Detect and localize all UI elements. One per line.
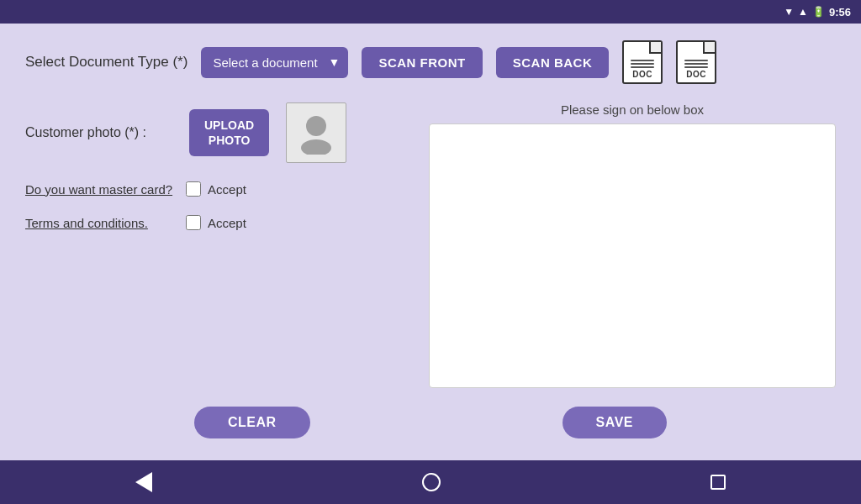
status-icons: ▼ ▲ 🔋 9:56: [784, 6, 851, 18]
photo-placeholder: [286, 102, 346, 163]
upload-photo-button[interactable]: UPLOADPHOTO: [189, 109, 269, 156]
mastercard-row: Do you want master card? Accept: [25, 181, 412, 197]
doc-back-icon[interactable]: DOC: [676, 40, 716, 84]
doc-front-label: DOC: [632, 70, 652, 79]
customer-photo-row: Customer photo (*) : UPLOADPHOTO: [25, 102, 412, 163]
customer-photo-label: Customer photo (*) :: [25, 125, 172, 140]
signature-canvas[interactable]: [429, 123, 836, 388]
save-button[interactable]: SAVE: [563, 407, 667, 438]
nav-home-button[interactable]: [422, 473, 441, 491]
sign-prompt: Please sign on below box: [429, 102, 836, 117]
select-document[interactable]: Select a document: [201, 47, 348, 78]
scan-back-button[interactable]: SCAN BACK: [496, 47, 610, 78]
doc-line-4: [684, 60, 708, 61]
action-buttons-row: CLEAR SAVE: [25, 407, 836, 444]
doc-line-3: [631, 66, 654, 68]
mastercard-checkbox[interactable]: [186, 181, 201, 197]
doc-line-2: [631, 63, 654, 65]
nav-back-button[interactable]: [135, 472, 152, 492]
mastercard-link[interactable]: Do you want master card?: [25, 182, 172, 197]
svg-point-0: [306, 116, 326, 136]
signature-column: Please sign on below box: [429, 102, 836, 388]
nav-bar: [0, 460, 861, 504]
doc-line-6: [684, 66, 708, 68]
battery-icon: 🔋: [812, 6, 825, 18]
home-icon: [422, 473, 441, 491]
wifi-icon: ▼: [784, 6, 794, 18]
doc-back-label: DOC: [686, 70, 706, 79]
doc-line-5: [684, 63, 708, 65]
terms-accept-text: Accept: [208, 216, 246, 230]
doc-type-label: Select Document Type (*): [25, 54, 188, 71]
doc-front-icon[interactable]: DOC: [622, 40, 663, 84]
terms-accept-label[interactable]: Accept: [186, 215, 246, 230]
terms-link[interactable]: Terms and conditions.: [25, 216, 172, 230]
mastercard-accept-text: Accept: [208, 182, 246, 197]
nav-recents-button[interactable]: [710, 475, 726, 490]
doc-line-1: [631, 60, 654, 61]
form-sign-row: Customer photo (*) : UPLOADPHOTO Do you …: [25, 102, 836, 388]
select-doc-wrapper[interactable]: Select a document ▼: [201, 47, 348, 78]
svg-point-1: [301, 139, 331, 155]
scan-front-button[interactable]: SCAN FRONT: [362, 47, 482, 78]
avatar-icon: [294, 111, 338, 155]
main-content: Select Document Type (*) Select a docume…: [0, 24, 861, 460]
recents-icon: [710, 475, 726, 490]
clear-button[interactable]: CLEAR: [194, 407, 310, 438]
terms-checkbox[interactable]: [186, 215, 201, 230]
left-column: Customer photo (*) : UPLOADPHOTO Do you …: [25, 102, 412, 388]
mastercard-accept-label[interactable]: Accept: [186, 181, 246, 197]
status-time: 9:56: [829, 6, 851, 18]
back-icon: [135, 472, 152, 492]
signal-icon: ▲: [798, 6, 808, 18]
document-type-row: Select Document Type (*) Select a docume…: [25, 40, 836, 84]
terms-row: Terms and conditions. Accept: [25, 215, 412, 230]
status-bar: ▼ ▲ 🔋 9:56: [0, 0, 861, 24]
